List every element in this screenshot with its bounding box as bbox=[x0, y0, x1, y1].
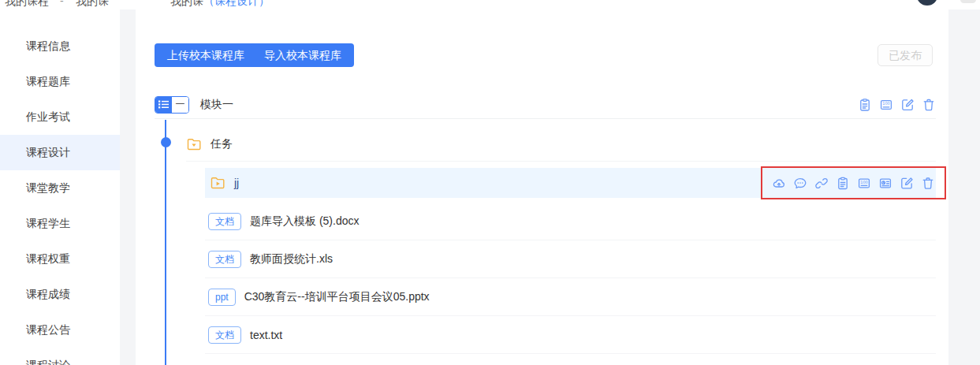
file-type-badge: 文档 bbox=[208, 213, 241, 230]
lesson-label: jj bbox=[234, 177, 239, 189]
module-score-icon[interactable]: 100 bbox=[879, 98, 893, 112]
timeline-line bbox=[165, 120, 166, 365]
file-row[interactable]: ppt C30教育云--培训平台项目会议05.pptx bbox=[205, 278, 936, 316]
sidebar-item-course-grades[interactable]: 课程成绩 bbox=[0, 277, 120, 312]
module-minus-toggle[interactable]: 一 bbox=[172, 97, 188, 113]
document-icon[interactable] bbox=[836, 176, 850, 190]
file-type-badge: ppt bbox=[208, 289, 236, 306]
file-name: C30教育云--培训平台项目会议05.pptx bbox=[244, 290, 430, 304]
breadcrumb-item-course[interactable]: 我的课 bbox=[76, 0, 109, 9]
file-type-badge: 文档 bbox=[208, 326, 241, 344]
module-action-icons: 100 bbox=[858, 98, 936, 112]
breadcrumb-item-current[interactable]: 我的课（课程设计） bbox=[170, 0, 270, 9]
lesson-action-box-highlighted: 100 bbox=[761, 166, 946, 199]
module-list-icon[interactable] bbox=[155, 97, 172, 113]
breadcrumb-current-link[interactable]: （课程设计） bbox=[203, 0, 270, 7]
module-title: 模块一 bbox=[200, 98, 233, 112]
task-node-row[interactable]: 任务 bbox=[186, 128, 936, 162]
breadcrumb-item-courses[interactable]: 我的课程 bbox=[5, 0, 49, 9]
link-icon[interactable] bbox=[814, 176, 829, 190]
module-document-icon[interactable] bbox=[858, 98, 872, 112]
module-row: 一 模块一 100 bbox=[155, 91, 936, 119]
sidebar-item-course-weight[interactable]: 课程权重 bbox=[0, 241, 120, 277]
edit-icon[interactable] bbox=[900, 176, 914, 190]
user-avatar[interactable] bbox=[917, 0, 937, 6]
breadcrumb-separator: - bbox=[60, 0, 64, 7]
module-edit-icon[interactable] bbox=[900, 98, 915, 112]
sidebar-item-course-discussion[interactable]: 课程讨论 bbox=[0, 348, 120, 365]
module-collapse-control[interactable]: 一 bbox=[155, 96, 189, 114]
score-icon[interactable]: 100 bbox=[857, 176, 871, 190]
published-status-button: 已发布 bbox=[878, 44, 933, 66]
file-row[interactable]: 文档 题库导入模板 (5).docx bbox=[205, 203, 936, 240]
import-school-library-button[interactable]: 导入校本课程库 bbox=[252, 43, 354, 67]
sidebar-item-course-students[interactable]: 课程学生 bbox=[0, 206, 120, 241]
file-name: text.txt bbox=[250, 329, 282, 341]
svg-text:100: 100 bbox=[882, 101, 890, 106]
sidebar-item-course-info[interactable]: 课程信息 bbox=[0, 28, 120, 64]
top-breadcrumb-bar: 我的课程 - 我的课 我的课（课程设计） bbox=[0, 0, 980, 9]
delete-icon[interactable] bbox=[921, 176, 935, 190]
cloud-upload-icon[interactable] bbox=[772, 176, 786, 190]
file-name: 题库导入模板 (5).docx bbox=[250, 214, 359, 229]
sidebar-item-question-bank[interactable]: 课程题库 bbox=[0, 64, 120, 99]
comment-icon[interactable] bbox=[793, 176, 807, 190]
task-label: 任务 bbox=[211, 137, 233, 151]
header-pill bbox=[960, 0, 976, 3]
file-type-badge: 文档 bbox=[208, 251, 241, 268]
course-design-panel: 上传校本课程库 导入校本课程库 已发布 一 模块一 bbox=[136, 9, 948, 365]
folder-download-icon bbox=[186, 136, 202, 152]
file-name: 教师面授统计.xls bbox=[250, 252, 333, 266]
sidebar-item-homework-exam[interactable]: 作业考试 bbox=[0, 99, 120, 135]
sidebar-item-course-design[interactable]: 课程设计 bbox=[0, 135, 120, 170]
breadcrumb-current-text: 我的课 bbox=[170, 0, 203, 7]
course-sidebar: 课程信息 课程题库 作业考试 课程设计 课堂教学 课程学生 课程权重 课程成绩 … bbox=[0, 9, 120, 365]
timeline-dot bbox=[161, 137, 171, 147]
module-delete-icon[interactable] bbox=[922, 98, 936, 112]
file-row[interactable]: 文档 text.txt bbox=[205, 316, 936, 354]
svg-text:100: 100 bbox=[860, 179, 868, 184]
file-row[interactable]: 文档 教师面授统计.xls bbox=[205, 240, 936, 278]
report-card-icon[interactable] bbox=[878, 176, 892, 190]
upload-school-library-button[interactable]: 上传校本课程库 bbox=[155, 43, 257, 67]
folder-play-icon bbox=[210, 175, 225, 191]
sidebar-item-course-announcement[interactable]: 课程公告 bbox=[0, 312, 120, 348]
sidebar-item-classroom-teaching[interactable]: 课堂教学 bbox=[0, 170, 120, 206]
